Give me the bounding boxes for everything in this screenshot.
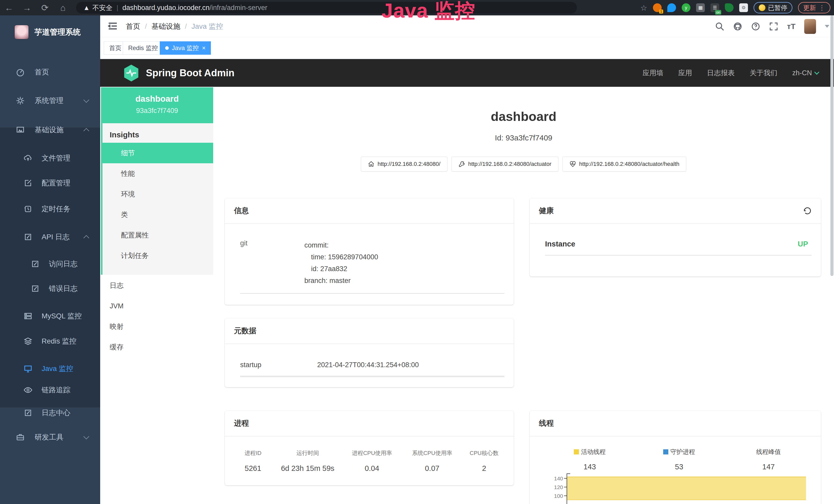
sidebar-item-mysql-monitor[interactable]: MySQL 监控: [0, 304, 100, 328]
wrench-icon: [459, 161, 465, 167]
url-path: /infra/admin-server: [210, 4, 267, 12]
sba-instance-header[interactable]: dashboard 93a3fc7f7409: [101, 87, 213, 123]
sidebar-item-java-monitor[interactable]: Java 监控: [0, 357, 100, 381]
eye-icon: [24, 386, 32, 394]
font-size-icon[interactable]: тT: [787, 22, 795, 31]
sba-menu-scheduled-tasks[interactable]: 计划任务: [103, 246, 213, 266]
chrome-update-button[interactable]: 更新 ⋮: [798, 2, 830, 13]
info-git-row: git commit: time: 1596289704000 id: 27aa…: [225, 224, 514, 287]
extension-icon-leaf[interactable]: [725, 3, 733, 12]
sidebar-item-infrastructure[interactable]: 基础设施: [0, 118, 100, 142]
log-edit-icon: [24, 233, 32, 241]
github-icon[interactable]: [733, 22, 742, 31]
breadcrumb-home[interactable]: 首页: [126, 22, 140, 31]
process-card: 进程 进程ID 运行时间 进程CPU使用率 系统CPU使用率 CPU核心数 52…: [225, 411, 514, 485]
sidebar-item-log-center[interactable]: 日志中心: [0, 401, 100, 425]
home-icon[interactable]: ⌂: [54, 3, 72, 13]
close-icon[interactable]: ×: [202, 44, 205, 52]
chevron-down-icon: [814, 70, 819, 75]
health-instance-label: Instance: [545, 240, 575, 248]
layers-icon: [24, 337, 32, 346]
sidebar-item-redis-monitor[interactable]: Redis 监控: [0, 329, 100, 353]
sba-locale-select[interactable]: zh-CN: [792, 69, 818, 77]
sba-nav-wallboard[interactable]: 应用墙: [642, 68, 663, 77]
browser-menu-icon[interactable]: ⋮: [818, 4, 825, 12]
back-icon[interactable]: ←: [0, 3, 18, 13]
tab-java-monitor[interactable]: Java 监控 ×: [160, 41, 211, 55]
sidebar-item-trace[interactable]: 链路追踪: [0, 378, 100, 402]
help-icon[interactable]: [751, 22, 760, 31]
profile-avatar-emoji: [759, 4, 765, 11]
sba-menu-mappings[interactable]: 映射: [101, 316, 213, 337]
sidebar-item-access-log[interactable]: 访问日志: [0, 252, 100, 276]
extensions-puzzle-icon[interactable]: ⚙: [739, 3, 748, 12]
java-monitor-icon: [24, 364, 32, 373]
process-uptime: 6d 23h 15m 59s: [273, 457, 342, 473]
sba-menu-environment[interactable]: 环境: [103, 184, 213, 204]
dashboard-icon: [16, 68, 25, 76]
sidebar-item-api-log[interactable]: API 日志: [0, 225, 100, 249]
app-brand[interactable]: 芋道管理系统: [0, 19, 100, 45]
sidebar-item-system[interactable]: 系统管理: [0, 89, 100, 112]
sidebar-collapse-icon[interactable]: [108, 22, 118, 31]
tags-view-bar: 首页 Redis 监控 × Java 监控 ×: [100, 37, 834, 59]
threads-card-title: 线程: [539, 418, 554, 429]
sidebar-item-file-manage[interactable]: 文件管理: [0, 146, 100, 170]
extension-icon-onetab[interactable]: ☰ on: [710, 3, 719, 12]
extension-icon-green-y[interactable]: y: [682, 3, 690, 12]
spring-boot-admin-logo: [123, 64, 139, 82]
history-icon: [24, 205, 32, 213]
profile-paused-badge[interactable]: 已暂停: [753, 2, 792, 13]
sba-nav-journal[interactable]: 日志报表: [707, 68, 734, 77]
user-avatar[interactable]: [804, 19, 816, 34]
health-url-button[interactable]: http://192.168.0.2:48080/actuator/health: [563, 157, 686, 171]
heartbeat-icon: [569, 161, 576, 167]
sba-nav-about[interactable]: 关于我们: [749, 68, 777, 77]
extension-on-badge: on: [715, 10, 721, 15]
fullscreen-icon[interactable]: [769, 22, 778, 31]
app-brand-title: 芋道管理系统: [35, 27, 81, 38]
process-cpu: 0.04: [342, 457, 402, 473]
address-separator: |: [117, 4, 118, 12]
breadcrumb-infrastructure[interactable]: 基础设施: [152, 22, 180, 31]
reload-icon[interactable]: ⟳: [36, 3, 54, 13]
sidebar-item-home[interactable]: 首页: [0, 60, 100, 84]
live-threads-swatch: [574, 449, 579, 455]
service-url-button[interactable]: http://192.168.0.2:48080/: [361, 157, 447, 171]
security-label[interactable]: 不安全: [92, 3, 112, 12]
sidebar-item-scheduled-task[interactable]: 定时任务: [0, 197, 100, 221]
sidebar-item-config-manage[interactable]: 配置管理: [0, 171, 100, 195]
edit-icon: [24, 179, 32, 187]
bookmark-star-icon[interactable]: ☆: [640, 3, 647, 12]
sba-menu-caches[interactable]: 缓存: [101, 337, 213, 358]
sba-menu-logs[interactable]: 日志: [101, 275, 213, 296]
sba-menu-jvm[interactable]: JVM: [101, 296, 213, 316]
search-icon[interactable]: [715, 22, 724, 31]
page-scrollbar[interactable]: [830, 16, 833, 276]
sba-section-title: Insights: [103, 123, 213, 143]
extension-icon-grid[interactable]: ▦: [696, 3, 705, 12]
address-bar[interactable]: ▲ 不安全 | dashboard.yudao.iocoder.cn /infr…: [76, 2, 577, 14]
health-status-badge: UP: [798, 240, 808, 248]
sba-menu-config-props[interactable]: 配置属性: [103, 225, 213, 246]
sba-instance-id: 93a3fc7f7409: [101, 107, 213, 115]
chevron-down-icon: [84, 434, 89, 439]
forward-icon[interactable]: →: [18, 3, 36, 13]
sidebar-item-error-log[interactable]: 错误日志: [0, 277, 100, 300]
sba-menu-metrics[interactable]: 性能: [103, 163, 213, 184]
metadata-startup-row: startup 2021-04-27T00:44:31.254+08:00: [225, 344, 514, 369]
sba-nav-applications[interactable]: 应用: [678, 68, 692, 77]
breadcrumb: 首页 / 基础设施 / Java 监控: [126, 16, 223, 37]
sba-menu-details[interactable]: 细节: [103, 143, 213, 163]
sba-header: Spring Boot Admin 应用墙 应用 日志报表 关于我们 zh-CN: [100, 59, 834, 87]
user-menu-caret-icon[interactable]: [825, 25, 829, 28]
sba-menu-classes[interactable]: 类: [103, 204, 213, 225]
extension-icon-pin[interactable]: [667, 3, 676, 12]
active-dot: [165, 46, 169, 50]
history-icon[interactable]: [803, 206, 812, 215]
url-host: dashboard.yudao.iocoder.cn: [123, 4, 210, 12]
actuator-url-button[interactable]: http://192.168.0.2:48080/actuator: [452, 157, 558, 171]
sidebar-item-dev-tools[interactable]: 研发工具: [0, 426, 100, 449]
extension-icon-orange[interactable]: 1: [653, 3, 662, 12]
cpu-cores: 2: [462, 457, 506, 473]
